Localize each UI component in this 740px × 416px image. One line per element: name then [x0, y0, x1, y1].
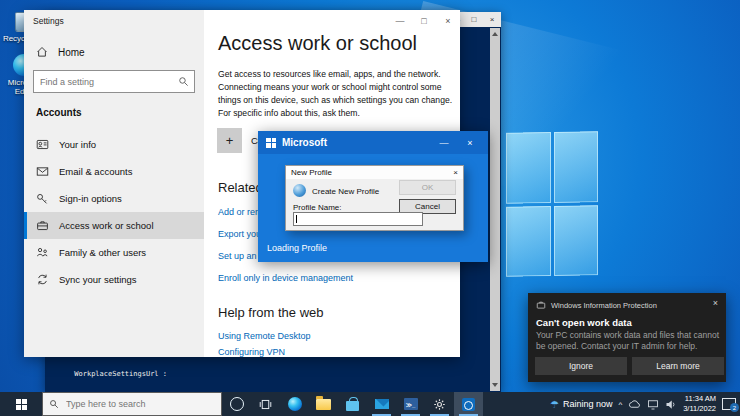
taskbar-search-input[interactable]	[64, 398, 215, 410]
windows-logo-pane	[554, 205, 599, 276]
sidebar-item-label: Your info	[59, 139, 96, 150]
microsoft-store-icon	[346, 401, 359, 411]
window-title: Microsoft	[282, 137, 428, 148]
sync-icon	[36, 273, 49, 286]
link-configuring-vpn[interactable]: Configuring VPN	[218, 347, 285, 357]
close-button[interactable]: ×	[460, 133, 480, 153]
umbrella-icon: ☂	[550, 399, 559, 410]
weather-label: Raining now	[563, 399, 613, 409]
task-view-icon	[259, 398, 272, 411]
windows-logo-pane	[506, 132, 551, 203]
sidebar-item-your-info[interactable]: Your info	[24, 131, 204, 158]
help-heading: Help from the web	[218, 305, 324, 320]
clock-time: 11:34 AM	[683, 394, 716, 404]
taskbar-file-explorer[interactable]	[309, 392, 338, 416]
page-description: Get access to resources like email, apps…	[218, 68, 456, 120]
user-badge-icon	[36, 138, 49, 151]
gear-icon	[433, 398, 446, 411]
sidebar-item-sign-in-options[interactable]: Sign-in options	[24, 185, 204, 212]
toast-actions: Ignore Learn more	[535, 357, 724, 375]
toast-body: Your PC contains work data and files tha…	[536, 330, 720, 353]
sidebar-item-label: Home	[58, 47, 85, 58]
speaker-icon[interactable]	[665, 399, 677, 410]
show-hidden-icons-button[interactable]: ^	[618, 400, 622, 409]
sidebar-item-email-accounts[interactable]: Email & accounts	[24, 158, 204, 185]
close-icon[interactable]: ×	[453, 168, 458, 177]
sidebar-item-label: Email & accounts	[59, 166, 132, 177]
taskbar-store[interactable]	[338, 392, 367, 416]
toast-title: Can't open work data	[536, 317, 632, 328]
text-caret	[296, 215, 297, 223]
taskbar-search-box[interactable]	[42, 392, 222, 416]
profile-icon	[293, 184, 306, 197]
sidebar-item-access-work-or-school[interactable]: Access work or school	[24, 212, 204, 239]
microsoft-window-titlebar[interactable]: Microsoft — ×	[258, 131, 488, 154]
minimize-button[interactable]: —	[388, 10, 412, 32]
mail-icon	[375, 399, 389, 409]
settings-search-box[interactable]	[33, 70, 195, 93]
new-profile-dialog: New Profile × Create New Profile OK Canc…	[285, 165, 464, 231]
clock-date: 3/11/2022	[683, 404, 716, 414]
taskbar-clock[interactable]: 11:34 AM 3/11/2022	[683, 394, 716, 414]
taskbar-edge[interactable]	[280, 392, 309, 416]
toast-header: Windows Information Protection	[536, 300, 704, 310]
sidebar-nav: Your info Email & accounts Sign-in optio…	[24, 131, 204, 293]
taskbar-settings[interactable]	[425, 392, 454, 416]
scrollbar-down-arrow-icon[interactable]	[492, 383, 498, 387]
sidebar-item-home[interactable]: Home	[36, 46, 85, 58]
sidebar-item-label: Family & other users	[59, 247, 146, 258]
system-tray: ☂ Raining now ^ 11:34 AM 3/11/2022 2	[550, 392, 740, 416]
taskbar-cortana[interactable]	[222, 392, 251, 416]
learn-more-button[interactable]: Learn more	[632, 357, 724, 375]
edge-icon	[288, 397, 302, 411]
sidebar-item-label: Sync your settings	[59, 274, 137, 285]
taskbar-outlook[interactable]	[454, 392, 483, 416]
key-icon	[36, 192, 49, 205]
window-title: Settings	[33, 16, 64, 26]
windows-logo-pane	[506, 206, 551, 277]
dialog-titlebar[interactable]: New Profile ×	[286, 166, 463, 179]
taskbar-task-view[interactable]	[251, 392, 280, 416]
notification-badge: 2	[730, 403, 739, 412]
powershell-icon: ≫_	[404, 398, 418, 410]
sidebar-item-family-other-users[interactable]: Family & other users	[24, 239, 204, 266]
maximize-button[interactable]: □	[412, 10, 436, 32]
maximize-button[interactable]: □	[465, 12, 483, 27]
sidebar-item-sync-your-settings[interactable]: Sync your settings	[24, 266, 204, 293]
outlook-icon	[462, 398, 475, 411]
sidebar-section-heading: Accounts	[36, 107, 82, 118]
ignore-button[interactable]: Ignore	[535, 357, 627, 375]
loading-status: Loading Profile	[267, 243, 327, 253]
network-display-icon[interactable]	[647, 399, 659, 410]
email-icon	[36, 165, 49, 178]
taskbar-mail[interactable]	[367, 392, 396, 416]
start-button[interactable]	[0, 392, 42, 416]
search-icon	[178, 76, 189, 87]
sidebar-item-label: Sign-in options	[59, 193, 122, 204]
briefcase-icon	[36, 219, 49, 232]
search-icon	[49, 399, 59, 409]
settings-search-input[interactable]	[34, 76, 178, 88]
onedrive-cloud-icon[interactable]	[628, 399, 641, 409]
profile-name-label: Profile Name:	[293, 203, 341, 212]
plus-icon: +	[217, 128, 242, 153]
link-enroll-device-management[interactable]: Enroll only in device management	[218, 273, 353, 283]
windows-logo-pane	[554, 131, 599, 202]
link-using-remote-desktop[interactable]: Using Remote Desktop	[218, 331, 311, 341]
microsoft-window: Microsoft — × Loading Profile New Profil…	[258, 131, 488, 262]
taskbar: ≫_ ☂ Raining now ^ 11:34 AM 3/11/2022 2	[0, 392, 740, 416]
sidebar-item-label: Access work or school	[59, 220, 154, 231]
close-icon[interactable]: ×	[713, 298, 718, 308]
profile-name-input[interactable]	[293, 212, 423, 226]
ok-button[interactable]: OK	[399, 180, 456, 195]
file-explorer-icon	[316, 399, 331, 410]
action-center-button[interactable]: 2	[722, 398, 736, 410]
close-button[interactable]: ×	[436, 10, 460, 32]
minimize-button[interactable]: —	[434, 133, 454, 153]
scrollbar[interactable]	[490, 28, 500, 391]
scrollbar-up-arrow-icon[interactable]	[492, 32, 498, 36]
briefcase-icon	[536, 300, 546, 310]
taskbar-weather[interactable]: ☂ Raining now	[550, 399, 613, 410]
close-button[interactable]: ×	[483, 12, 501, 27]
taskbar-powershell[interactable]: ≫_	[396, 392, 425, 416]
